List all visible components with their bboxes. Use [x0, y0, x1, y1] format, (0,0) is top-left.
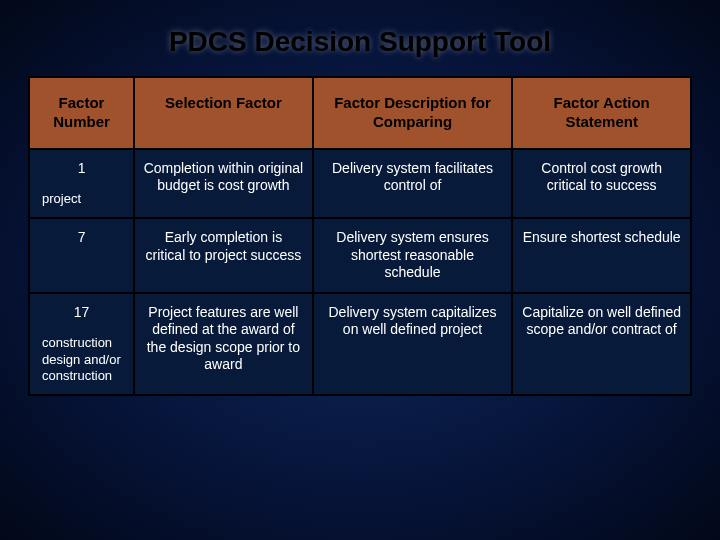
header-factor-number: Factor Number	[29, 77, 134, 149]
cell-selection-2: Early completion is critical to project …	[134, 218, 313, 293]
action-text: Ensure shortest schedule	[521, 229, 682, 247]
decision-table: Factor Number Selection Factor Factor De…	[28, 76, 692, 396]
factor-number: 17	[38, 304, 125, 322]
cell-action-1: Control cost growth critical to success	[512, 149, 691, 219]
factor-number-sub: project	[38, 191, 125, 207]
table-row: 7 Early completion is critical to projec…	[29, 218, 691, 293]
table-header-row: Factor Number Selection Factor Factor De…	[29, 77, 691, 149]
cell-number-3: 17 construction design and/or constructi…	[29, 293, 134, 395]
action-text: Control cost growth critical to success	[521, 160, 682, 195]
cell-description-2: Delivery system ensures shortest reasona…	[313, 218, 513, 293]
table-row: 17 construction design and/or constructi…	[29, 293, 691, 395]
cell-action-3: Capitalize on well defined scope and/or …	[512, 293, 691, 395]
action-text: Capitalize on well defined scope and/or …	[521, 304, 682, 339]
cell-selection-3: Project features are well defined at the…	[134, 293, 313, 395]
cell-description-3: Delivery system capitalizes on well defi…	[313, 293, 513, 395]
header-factor-action: Factor Action Statement	[512, 77, 691, 149]
slide-title: PDCS Decision Support Tool	[28, 26, 692, 58]
header-factor-description: Factor Description for Comparing	[313, 77, 513, 149]
factor-number: 1	[78, 160, 86, 176]
cell-action-2: Ensure shortest schedule	[512, 218, 691, 293]
cell-number-2: 7	[29, 218, 134, 293]
factor-number: 7	[78, 229, 86, 245]
cell-description-1: Delivery system facilitates control of	[313, 149, 513, 219]
header-selection-factor: Selection Factor	[134, 77, 313, 149]
table-row: 1 project Completion within original bud…	[29, 149, 691, 219]
cell-selection-1: Completion within original budget is cos…	[134, 149, 313, 219]
slide-container: PDCS Decision Support Tool Factor Number…	[0, 0, 720, 540]
cell-number-1: 1 project	[29, 149, 134, 219]
factor-number-sub: construction design and/or construction	[38, 335, 125, 384]
